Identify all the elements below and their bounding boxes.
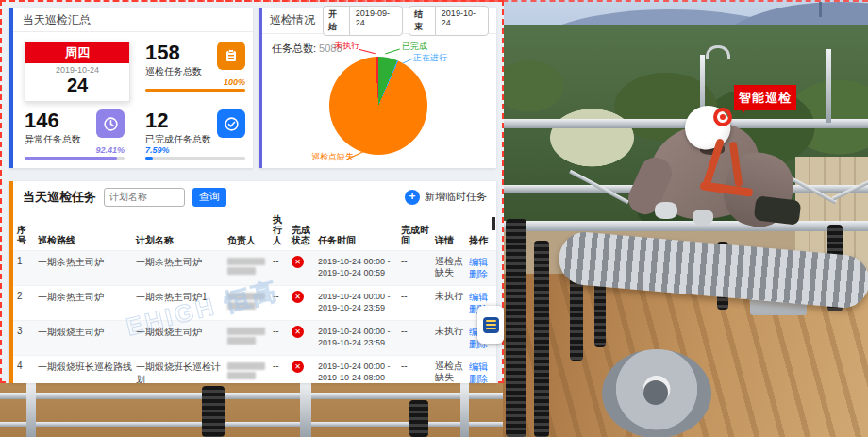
table-body: 1一期余热主司炉一期余热主司炉--✕2019-10-24 00:00 -2019… — [13, 250, 496, 383]
cell-owner — [227, 256, 273, 277]
check-circle-icon — [217, 109, 245, 138]
add-temp-task-button[interactable]: + 新增临时任务 — [405, 190, 487, 205]
cell-owner — [227, 361, 273, 381]
cell-task-time: 2019-10-24 00:00 -2019-10-24 08:00 — [318, 361, 401, 383]
status-failed-icon: ✕ — [292, 291, 304, 303]
legend-leader-line — [402, 58, 413, 63]
column-header: 负责人 — [227, 235, 273, 245]
cell-executor: -- — [273, 326, 292, 336]
cell-executor: -- — [273, 256, 292, 266]
status-failed-icon: ✕ — [292, 326, 304, 338]
column-header: 详情 — [435, 235, 469, 245]
end-date-value[interactable]: 2019-10-24 — [436, 7, 488, 35]
calendar-day: 24 — [25, 75, 129, 96]
cell-plan-name: 一期余热主司炉 — [136, 256, 227, 269]
dashboard-overlay: 当天巡检汇总 周四 2019-10-24 24 158巡检任务总数100%146… — [0, 0, 504, 383]
delete-link[interactable]: 删除 — [469, 373, 494, 383]
edit-link[interactable]: 编辑 — [469, 291, 494, 303]
edit-link[interactable]: 编辑 — [469, 256, 494, 268]
cell-detail: 巡检点缺失 — [435, 361, 469, 383]
stat-card: 158巡检任务总数100% — [145, 42, 245, 92]
cell-detail: 未执行 — [435, 291, 469, 302]
legend-leader-line — [385, 49, 400, 55]
cell-status: ✕ — [292, 361, 318, 373]
start-date-value[interactable]: 2019-09-24 — [350, 7, 402, 35]
cell-index: 1 — [17, 256, 38, 266]
task-total-label: 任务总数: — [272, 42, 316, 54]
cell-finish-time: -- — [401, 256, 435, 266]
table-row: 3一期煅烧主司炉一期煅烧主司炉--✕2019-10-24 00:00 -2019… — [13, 320, 496, 355]
cell-task-time: 2019-10-24 00:00 -2019-10-24 00:59 — [318, 256, 401, 278]
stat-card: 12已完成任务总数7.59% — [145, 109, 245, 160]
panel-daily-tasks: 当天巡检任务 查询 + 新增临时任务 序号巡检路线计划名称负责人执行人完成状态任… — [9, 181, 496, 383]
annotation-dashed-line — [0, 0, 868, 2]
cell-owner — [227, 291, 273, 311]
screen: 智能巡检 当天巡检汇总 周四 2019-10-24 24 158巡检任务总数10… — [0, 0, 868, 437]
plus-icon: + — [405, 190, 420, 205]
stat-progress-bar: 100% — [145, 89, 245, 92]
cell-finish-time: -- — [401, 361, 435, 371]
photo-pole — [460, 382, 469, 437]
panel-daily-summary: 当天巡检汇总 周四 2019-10-24 24 158巡检任务总数100%146… — [9, 8, 253, 168]
column-header: 序号 — [17, 225, 38, 245]
column-header: 计划名称 — [136, 235, 227, 245]
stat-percent: 100% — [224, 77, 245, 87]
plan-name-search-input[interactable] — [104, 188, 185, 207]
cell-detail: 巡检点缺失 — [435, 256, 469, 278]
cell-route: 一期煅烧主司炉 — [38, 326, 136, 339]
cell-plan-name: 一期余热主司炉1 — [136, 291, 227, 304]
table-row: 4一期煅烧班长巡检路线一期煅烧班长巡检计划--✕2019-10-24 00:00… — [13, 355, 496, 383]
start-date-picker[interactable]: 开始 2019-09-24 — [323, 6, 403, 36]
cell-status: ✕ — [292, 291, 318, 303]
calendar-date: 2019-10-24 — [25, 65, 129, 75]
cell-owner — [227, 326, 273, 346]
photo-pole — [26, 382, 36, 437]
cell-detail: 未执行 — [435, 326, 469, 337]
panel-title: 当天巡检汇总 — [13, 8, 253, 32]
cell-finish-time: -- — [401, 326, 435, 336]
cell-route: 一期煅烧班长巡检路线 — [38, 361, 136, 374]
beacon-icon — [713, 108, 732, 126]
cell-executor: -- — [273, 291, 292, 301]
column-header: 执行人 — [273, 214, 292, 245]
table-header-row: 序号巡检路线计划名称负责人执行人完成状态任务时间完成时间详情操作 — [13, 212, 496, 250]
task-total: 任务总数:5088 — [272, 42, 342, 56]
cell-index: 4 — [17, 361, 38, 371]
legend-leader-line — [359, 49, 376, 54]
scrollbar-thumb[interactable] — [492, 217, 495, 230]
cell-finish-time: -- — [401, 291, 435, 301]
legend-label: 正在进行 — [413, 52, 447, 64]
photo-tag-label: 智能巡检 — [734, 85, 796, 110]
photo-insulator-disc — [602, 349, 711, 437]
end-date-picker[interactable]: 结束 2019-10-24 — [409, 6, 489, 36]
photo-tower — [819, 2, 822, 17]
worker-glove — [693, 210, 713, 225]
cell-task-time: 2019-10-24 00:00 -2019-10-24 23:59 — [318, 291, 401, 313]
end-date-label: 结束 — [409, 7, 436, 35]
stat-progress-bar: 92.41% — [25, 157, 125, 160]
cell-executor: -- — [273, 361, 292, 371]
table-row: 1一期余热主司炉一期余热主司炉--✕2019-10-24 00:00 -2019… — [13, 250, 496, 285]
stat-percent: 7.59% — [145, 145, 170, 155]
legend-label: 巡检点缺失 — [311, 151, 354, 163]
photo-insulator-column — [409, 400, 428, 437]
query-button[interactable]: 查询 — [192, 188, 226, 207]
cell-task-time: 2019-10-24 00:00 -2019-10-24 23:59 — [318, 326, 401, 348]
column-header: 完成时间 — [401, 225, 435, 245]
panel-inspection-situation: 巡检情况 开始 2019-09-24 结束 2019-10-24 任务总数:50… — [259, 8, 496, 168]
status-failed-icon: ✕ — [292, 361, 304, 373]
column-header: 巡检路线 — [38, 235, 136, 245]
calendar-card: 周四 2019-10-24 24 — [25, 42, 130, 102]
legend-label: 未执行 — [334, 40, 359, 52]
column-header: 操作 — [469, 235, 494, 245]
floating-widget[interactable] — [477, 306, 504, 344]
edit-link[interactable]: 编辑 — [469, 361, 494, 373]
delete-link[interactable]: 删除 — [469, 268, 494, 280]
clipboard-icon — [217, 42, 245, 70]
cell-plan-name: 一期煅烧主司炉 — [136, 326, 227, 339]
photo-pole — [300, 382, 311, 437]
cell-index: 2 — [17, 291, 38, 301]
stat-percent: 92.41% — [95, 145, 125, 155]
cell-plan-name: 一期煅烧班长巡检计划 — [136, 361, 227, 383]
add-temp-task-label: 新增临时任务 — [425, 190, 487, 204]
